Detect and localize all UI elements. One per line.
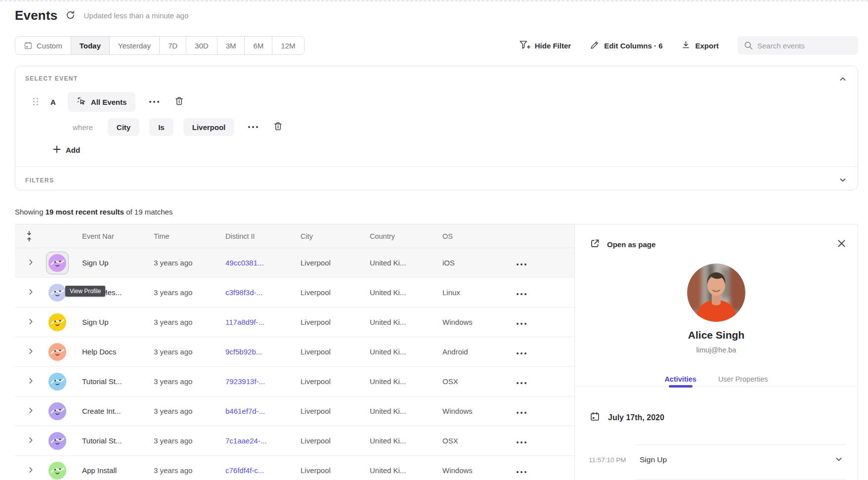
expand-row-button[interactable] bbox=[15, 248, 43, 277]
date-range-tab-3m[interactable]: 3M bbox=[217, 37, 245, 54]
row-more-menu[interactable] bbox=[507, 412, 526, 414]
all-events-chip[interactable]: All Events bbox=[68, 92, 136, 112]
distinct-id-link[interactable]: 9cf5b92b... bbox=[216, 348, 291, 356]
table-row[interactable]: Tutorial St... 3 years ago 7923913f-... … bbox=[15, 367, 574, 396]
event-more-menu[interactable] bbox=[149, 101, 159, 103]
updated-status: Updated less than a minute ago bbox=[84, 11, 188, 20]
user-avatar[interactable] bbox=[48, 284, 66, 302]
expand-row-button[interactable] bbox=[15, 278, 43, 307]
column-header-city[interactable]: City bbox=[291, 232, 360, 240]
section-divider bbox=[15, 166, 858, 167]
row-more-menu[interactable] bbox=[507, 293, 526, 295]
date-range-tab-label: 12M bbox=[281, 42, 295, 50]
tab-user-properties[interactable]: User Properties bbox=[717, 372, 769, 386]
property-chip[interactable]: City bbox=[108, 118, 139, 136]
expand-row-button[interactable] bbox=[15, 456, 43, 480]
value-chip[interactable]: Liverpool bbox=[183, 118, 235, 136]
distinct-id-link[interactable]: 7923913f-... bbox=[216, 377, 291, 386]
expand-row-button[interactable] bbox=[15, 426, 43, 455]
distinct-id-link[interactable]: 49cc0381... bbox=[216, 259, 291, 267]
date-range-tab-label: 7D bbox=[168, 42, 177, 50]
row-more-menu[interactable] bbox=[507, 471, 526, 473]
date-range-tab-label: Today bbox=[80, 42, 101, 50]
avatar-face-icon bbox=[48, 462, 66, 480]
user-avatar[interactable] bbox=[48, 343, 66, 361]
distinct-id-link[interactable]: 117a8d9f-... bbox=[216, 318, 291, 326]
export-button[interactable]: Export bbox=[681, 40, 719, 51]
date-range-tab-12m[interactable]: 12M bbox=[272, 37, 304, 54]
user-avatar[interactable] bbox=[48, 313, 66, 331]
close-panel-button[interactable] bbox=[837, 239, 846, 249]
where-more-menu[interactable] bbox=[248, 126, 258, 128]
user-avatar[interactable] bbox=[48, 432, 66, 450]
expand-row-button[interactable] bbox=[15, 367, 43, 396]
date-range-tab-30d[interactable]: 30D bbox=[186, 37, 217, 54]
operator-chip[interactable]: Is bbox=[149, 118, 174, 136]
column-header-event[interactable]: Event Nar bbox=[72, 232, 144, 240]
distinct-id-link[interactable]: 7c1aae24-... bbox=[216, 436, 291, 445]
distinct-id-link[interactable]: c3f98f3d-... bbox=[216, 288, 291, 297]
where-trash-button[interactable] bbox=[273, 121, 283, 133]
add-event-button[interactable]: Add bbox=[53, 145, 80, 155]
city-cell: Liverpool bbox=[291, 436, 360, 445]
tab-activities[interactable]: Activities bbox=[663, 372, 697, 386]
expand-row-button[interactable] bbox=[15, 307, 43, 337]
user-avatar[interactable] bbox=[48, 462, 66, 480]
refresh-button[interactable] bbox=[65, 10, 76, 22]
row-more-menu[interactable] bbox=[507, 263, 526, 265]
date-range-tab-label: 30D bbox=[195, 42, 209, 50]
distinct-id-link[interactable]: b461ef7d-... bbox=[216, 407, 291, 415]
edit-columns-button[interactable]: Edit Columns · 6 bbox=[590, 40, 662, 51]
collapse-rows-icon[interactable] bbox=[15, 231, 43, 242]
date-range-tab-today[interactable]: Today bbox=[71, 37, 109, 54]
date-range-tab-custom[interactable]: Custom bbox=[15, 37, 71, 54]
drag-handle-icon[interactable] bbox=[33, 98, 39, 106]
os-cell: Windows bbox=[433, 318, 497, 326]
expand-row-button[interactable] bbox=[15, 396, 43, 426]
country-cell: United Ki... bbox=[360, 348, 433, 356]
pencil-icon bbox=[590, 40, 600, 51]
expand-filters-button[interactable] bbox=[839, 176, 847, 185]
os-cell: Android bbox=[433, 348, 497, 356]
user-avatar[interactable] bbox=[46, 252, 69, 274]
city-cell: Liverpool bbox=[291, 407, 360, 415]
trash-icon bbox=[174, 96, 184, 108]
table-header-row: Event Nar Time Distinct II City Country … bbox=[15, 224, 574, 248]
time-cell: 3 years ago bbox=[144, 436, 216, 445]
column-header-os[interactable]: OS bbox=[433, 232, 497, 240]
column-header-time[interactable]: Time bbox=[144, 232, 216, 240]
event-name-cell: Help Docs bbox=[72, 348, 144, 356]
expand-row-button[interactable] bbox=[15, 337, 43, 366]
date-range-tab-yesterday[interactable]: Yesterday bbox=[109, 37, 159, 54]
user-avatar[interactable] bbox=[48, 373, 66, 391]
event-name-cell: Tutorial St... bbox=[72, 436, 144, 445]
row-more-menu[interactable] bbox=[507, 441, 526, 443]
distinct-id-link[interactable]: c76fdf4f-c... bbox=[216, 466, 291, 475]
os-cell: Windows bbox=[433, 407, 497, 415]
os-cell: OSX bbox=[433, 377, 497, 386]
user-avatar[interactable] bbox=[48, 402, 66, 420]
column-header-country[interactable]: Country bbox=[360, 232, 433, 240]
expand-activity-button[interactable] bbox=[835, 455, 843, 465]
table-row[interactable]: App Install 3 years ago c76fdf4f-c... Li… bbox=[15, 456, 574, 480]
table-row[interactable]: Tutorial St... 3 years ago 7c1aae24-... … bbox=[15, 426, 574, 456]
event-clause-row: A All Events bbox=[33, 92, 184, 112]
activity-row[interactable]: 11:57:10 PM Sign Up bbox=[575, 449, 858, 470]
row-more-menu[interactable] bbox=[507, 352, 526, 354]
table-row[interactable]: Sign Up 3 years ago 117a8d9f-... Liverpo… bbox=[15, 307, 574, 337]
open-as-page-button[interactable]: Open as page bbox=[590, 238, 655, 250]
row-more-menu[interactable] bbox=[507, 382, 526, 384]
date-range-tab-6m[interactable]: 6M bbox=[244, 37, 272, 54]
table-row[interactable]: Create Int... 3 years ago b461ef7d-... L… bbox=[15, 396, 574, 426]
date-range-tab-7d[interactable]: 7D bbox=[159, 37, 186, 54]
row-more-menu[interactable] bbox=[507, 323, 526, 325]
collapse-select-event-button[interactable] bbox=[839, 75, 847, 85]
table-row[interactable]: Sign Up 3 years ago 49cc0381... Liverpoo… bbox=[15, 248, 574, 278]
event-trash-button[interactable] bbox=[174, 96, 184, 108]
search-events-input[interactable] bbox=[738, 36, 858, 55]
hide-filter-button[interactable]: Hide Filter bbox=[519, 40, 571, 51]
column-header-distinct-id[interactable]: Distinct II bbox=[216, 232, 291, 240]
table-row[interactable]: Help Docs 3 years ago 9cf5b92b... Liverp… bbox=[15, 337, 574, 367]
page-header: Events Updated less than a minute ago bbox=[15, 8, 188, 23]
panel-tabs: ActivitiesUser Properties bbox=[575, 372, 858, 387]
